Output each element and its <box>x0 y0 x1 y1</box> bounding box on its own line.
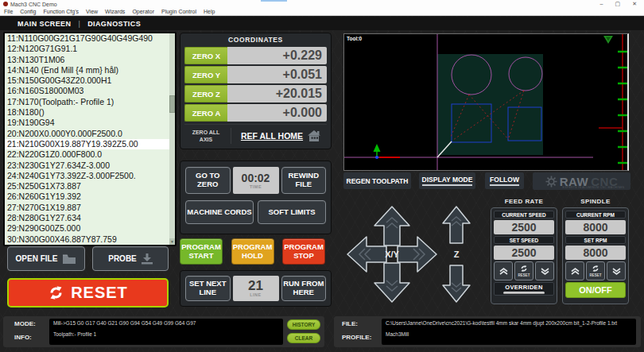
axis-dro-value[interactable]: +20.015 <box>227 85 327 103</box>
gcode-line[interactable]: 28:N280G1Y27.634 <box>5 213 175 223</box>
spindle-panel: CURRENT RPM 8000 SET RPM 8000 RESET ON/O… <box>562 207 629 304</box>
jog-z-control[interactable]: Z <box>440 203 472 305</box>
feed-increase-button[interactable] <box>494 261 513 280</box>
regen-toolpath-button[interactable]: REGEN TOOLPATH <box>343 172 411 189</box>
jog-z-minus-arrow[interactable] <box>443 265 470 302</box>
feed-overriden-button[interactable]: OVERRIDEN <box>494 282 554 296</box>
feed-decrease-button[interactable] <box>535 261 554 280</box>
gcode-line[interactable]: 11:N110G00G21G17G90G40G49G490 <box>5 33 175 44</box>
program-stop-button[interactable]: PROGRAM STOP <box>282 238 325 265</box>
refresh-icon <box>592 265 599 273</box>
jog-xy-control[interactable]: X/Y <box>344 203 440 305</box>
close-button[interactable]: ✕ <box>632 0 637 8</box>
gcode-line[interactable]: 23:N230G1Y27.634Z-3.000 <box>5 161 175 171</box>
gcode-line[interactable]: 22:N220G1Z0.000F800.0 <box>5 149 175 160</box>
menu-item[interactable]: Operator <box>132 9 154 14</box>
gcode-line[interactable]: 16:N160S18000M03 <box>5 86 175 96</box>
jog-x-minus-arrow[interactable] <box>347 237 386 272</box>
menu-item[interactable]: Plugin Control <box>161 9 196 14</box>
scrollbar-thumb[interactable] <box>169 95 175 113</box>
history-button[interactable]: HISTORY <box>287 319 320 330</box>
tool-marker-icon <box>603 36 613 44</box>
gcode-list[interactable]: 11:N110G00G21G17G90G40G49G49012:N120G71G… <box>5 33 175 245</box>
profile-label: PROFILE: <box>342 334 371 341</box>
jog-y-minus-arrow[interactable] <box>374 263 409 302</box>
probe-arrow-icon <box>142 253 153 265</box>
gcode-line[interactable]: 14:N140 (End Mill {4 mm} hål) <box>5 65 175 75</box>
spindle-increase-button[interactable] <box>565 261 584 280</box>
line-number-display[interactable]: 21 LINE <box>233 276 279 301</box>
machine-cords-button[interactable]: MACHINE CORDS <box>185 200 254 224</box>
feed-reset-button[interactable]: RESET <box>514 261 533 280</box>
zero-axis-button[interactable]: ZERO Z <box>184 85 227 103</box>
gcode-scrollbar[interactable]: ▼ <box>169 33 175 245</box>
home-icon <box>308 130 320 141</box>
zero-axis-button[interactable]: ZERO Y <box>184 66 227 83</box>
gcode-line[interactable]: 20:N200X0.000Y0.000F2500.0 <box>5 129 175 139</box>
tab-diagnostics[interactable]: DIAGNOSTICS <box>87 20 141 28</box>
gcode-line[interactable]: 27:N270G1X19.887 <box>5 203 175 213</box>
toolpath-canvas[interactable] <box>344 34 627 170</box>
open-file-button[interactable]: OPEN FILE <box>7 246 85 271</box>
line-value: 21 <box>248 280 263 292</box>
gcode-line[interactable]: 15:N150G00G43Z20.000H1 <box>5 75 175 86</box>
gcode-line[interactable]: 17:N170(Toolpath:- Profile 1) <box>5 97 175 107</box>
gcode-line[interactable]: 21:N210G00X19.887Y19.392Z5.00 <box>5 139 175 149</box>
maximize-button[interactable]: ▢ <box>615 0 621 8</box>
gcode-line[interactable]: 30:N300G00X46.887Y87.759 <box>5 234 175 245</box>
program-button-row: PROGRAM START PROGRAM HOLD PROGRAM STOP <box>180 238 325 265</box>
reset-button[interactable]: RESET <box>7 278 169 308</box>
menu-item[interactable]: Help <box>204 9 215 14</box>
gcode-line[interactable]: 25:N250G1X73.887 <box>5 181 175 191</box>
minimize-button[interactable]: – <box>600 0 603 8</box>
clear-button[interactable]: CLEAR <box>287 333 320 343</box>
zero-axis-button[interactable]: ZERO A <box>184 104 227 122</box>
go-to-zero-button[interactable]: GO TO ZERO <box>185 167 231 194</box>
tab-main-screen[interactable]: MAIN SCREEN <box>17 20 71 28</box>
axis-dro-value[interactable]: +0.000 <box>227 104 327 122</box>
menu-item[interactable]: View <box>86 9 98 14</box>
set-speed-label: SET SPEED <box>494 236 554 244</box>
menu-item[interactable]: Function Cfg's <box>44 9 80 14</box>
gcode-line[interactable]: 26:N260G1Y19.392 <box>5 191 175 202</box>
program-start-button[interactable]: PROGRAM START <box>180 238 223 265</box>
scrollbar-down-arrow-icon[interactable]: ▼ <box>169 238 175 245</box>
axis-dro-value[interactable]: +0.051 <box>227 66 327 83</box>
menu-item[interactable]: File <box>4 9 13 14</box>
gcode-line[interactable]: 19:N190G94 <box>5 118 175 128</box>
gcode-line[interactable]: 29:N290G00Z5.000 <box>5 223 175 234</box>
run-from-here-button[interactable]: RUN FROM HERE <box>281 276 327 301</box>
gcode-line[interactable]: 13:N130T1M06 <box>5 55 175 65</box>
probe-button[interactable]: PROBE <box>92 246 169 271</box>
jog-x-plus-arrow[interactable] <box>398 237 436 272</box>
jog-y-plus-arrow[interactable] <box>374 207 409 246</box>
chevron-up-icon <box>499 268 509 275</box>
jog-z-plus-arrow[interactable] <box>443 207 470 243</box>
gcode-line[interactable]: 12:N120G71G91.1 <box>5 44 175 54</box>
toolpath-display[interactable]: Tool:0 <box>343 33 629 171</box>
program-hold-button[interactable]: PROGRAM HOLD <box>231 238 274 265</box>
set-speed-value[interactable]: 2500 <box>494 246 554 260</box>
current-rpm-value: 8000 <box>565 220 626 234</box>
window-title: Mach3 CNC Demo <box>10 2 57 7</box>
set-rpm-value[interactable]: 8000 <box>565 246 626 260</box>
soft-limits-button[interactable]: SOFT LIMITS <box>258 200 326 224</box>
ref-all-home-button[interactable]: REF ALL HOME <box>235 130 327 141</box>
display-mode-button[interactable]: DISPLAY MODE <box>419 172 475 189</box>
follow-button[interactable]: FOLLOW <box>485 172 524 189</box>
spindle-reset-button[interactable]: RESET <box>586 261 605 280</box>
spindle-on-off-button[interactable]: ON/OFF <box>565 282 626 298</box>
zero-axis-button[interactable]: ZERO X <box>184 47 227 64</box>
menu-item[interactable]: Wizards <box>105 9 125 14</box>
spindle-decrease-button[interactable] <box>607 261 626 280</box>
info-label: INFO: <box>14 334 32 341</box>
gcode-line[interactable]: 18:N180() <box>5 107 175 118</box>
menu-item[interactable]: Config <box>20 9 36 14</box>
set-next-line-button[interactable]: SET NEXT LINE <box>185 276 231 301</box>
axis-row: ZERO X +0.229 <box>184 47 327 64</box>
axis-dro-value[interactable]: +0.229 <box>227 47 327 64</box>
zero-all-axis-button[interactable]: ZERO ALL AXIS <box>184 129 227 143</box>
time-label: TIME <box>250 184 262 189</box>
rewind-file-button[interactable]: REWIND FILE <box>281 167 327 194</box>
gcode-line[interactable]: 24:N240G1Y73.392Z-3.000F2500. <box>5 171 175 181</box>
